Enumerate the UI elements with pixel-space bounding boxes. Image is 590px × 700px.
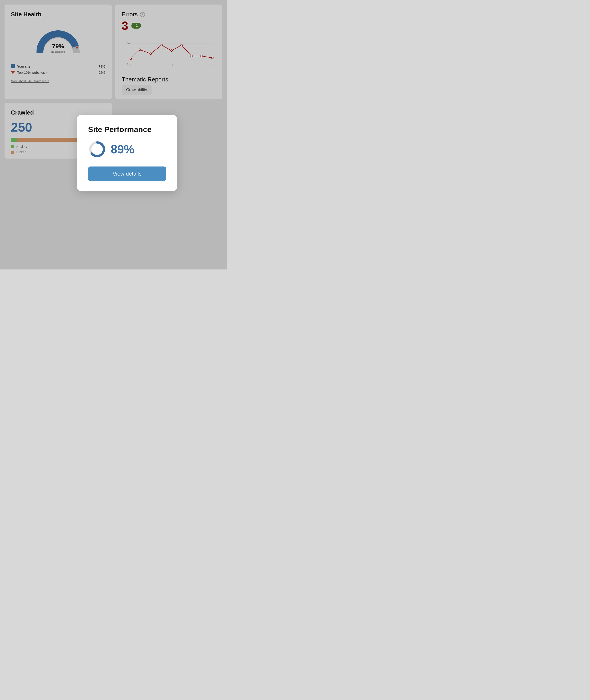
modal-overlay[interactable]: Site Performance 89% View details [0,0,227,269]
modal-percent-text: 89% [111,142,134,156]
view-details-button[interactable]: View details [88,166,166,181]
modal-title: Site Performance [88,125,166,134]
modal-card: Site Performance 89% View details [77,115,177,191]
modal-donut-svg [88,140,106,158]
modal-percent-row: 89% [88,140,166,158]
